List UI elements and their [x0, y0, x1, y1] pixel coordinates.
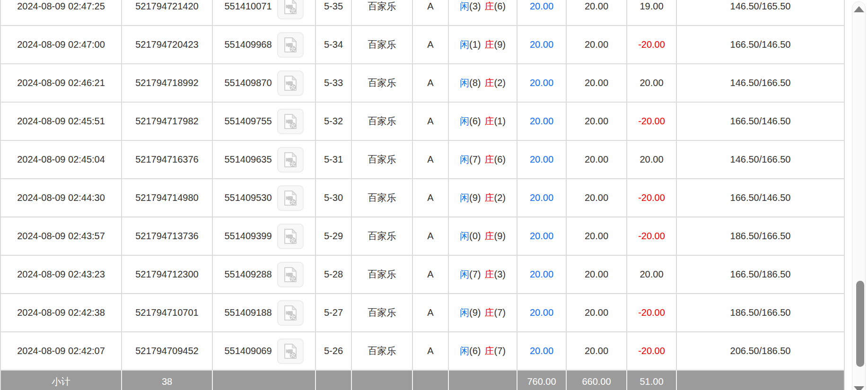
- banker-result-label: 庄: [485, 231, 494, 241]
- cell-game-result: 闲(6)庄(1): [448, 102, 517, 140]
- cell-bet-id: 521794712300: [121, 255, 212, 293]
- player-result-label: 闲: [460, 39, 469, 50]
- subtotal-empty-cell: [315, 370, 351, 390]
- video-replay-button[interactable]: [277, 32, 304, 58]
- video-replay-button[interactable]: [277, 300, 304, 326]
- cell-balance: 186.50/166.50: [676, 217, 845, 255]
- cell-valid-amount: 20.00: [566, 331, 626, 370]
- cell-balance: 166.50/186.50: [676, 255, 845, 293]
- cell-valid-amount: 20.00: [566, 102, 626, 140]
- cell-game-result: 闲(1)庄(9): [448, 25, 517, 63]
- cell-balance: 186.50/166.50: [676, 293, 845, 331]
- scrollbar-down-arrow-icon[interactable]: [854, 386, 864, 390]
- cell-game-result: 闲(3)庄(6): [448, 0, 517, 25]
- cell-shoe-round: 5-27: [315, 293, 351, 331]
- cell-table-code: A: [412, 140, 448, 178]
- vertical-scrollbar-thumb[interactable]: [856, 281, 864, 367]
- table-row: 2024-08-09 02:43:57 521794713736 5514093…: [0, 217, 845, 255]
- cell-round-id: 551409288: [212, 255, 315, 293]
- banker-result-points: (6): [494, 1, 506, 11]
- cell-balance: 166.50/146.50: [676, 25, 845, 63]
- cell-round-id: 551410071: [212, 0, 315, 25]
- cell-bet-amount: 20.00: [517, 255, 566, 293]
- subtotal-count: 38: [121, 370, 212, 390]
- cell-bet-id: 521794714980: [121, 178, 212, 217]
- bet-records-viewport: 2024-08-09 02:47:25 521794721420 5514100…: [0, 0, 868, 390]
- cell-round-id: 551409399: [212, 217, 315, 255]
- cell-round-id: 551409530: [212, 178, 315, 217]
- cell-bet-id: 521794718992: [121, 63, 212, 102]
- cell-balance: 166.50/146.50: [676, 178, 845, 217]
- cell-bet-id: 521794721420: [121, 0, 212, 25]
- table-row: 2024-08-09 02:45:04 521794716376 5514096…: [0, 140, 845, 178]
- table-row: 2024-08-09 02:42:38 521794710701 5514091…: [0, 293, 845, 331]
- video-file-icon: [283, 75, 298, 91]
- cell-bet-amount: 20.00: [517, 178, 566, 217]
- player-result-label: 闲: [460, 231, 469, 241]
- cell-win-loss: -20.00: [626, 331, 676, 370]
- video-replay-button[interactable]: [277, 109, 304, 134]
- cell-shoe-round: 5-32: [315, 102, 351, 140]
- video-file-icon: [283, 305, 298, 321]
- video-replay-button[interactable]: [277, 262, 304, 287]
- cell-bet-time: 2024-08-09 02:43:57: [0, 217, 121, 255]
- table-row: 2024-08-09 02:46:21 521794718992 5514098…: [0, 63, 845, 102]
- cell-win-loss: -20.00: [626, 25, 676, 63]
- video-replay-button[interactable]: [277, 0, 304, 19]
- table-row: 2024-08-09 02:42:07 521794709452 5514090…: [0, 331, 845, 370]
- player-result-label: 闲: [460, 192, 469, 203]
- subtotal-row-group: 小计 38 760.00 660.00 51.00: [0, 370, 845, 390]
- round-id-text: 551409968: [224, 39, 272, 50]
- cell-shoe-round: 5-28: [315, 255, 351, 293]
- video-replay-button[interactable]: [277, 338, 304, 364]
- video-replay-button[interactable]: [277, 224, 304, 249]
- player-result-label: 闲: [460, 116, 469, 126]
- banker-result-points: (3): [494, 269, 506, 279]
- cell-shoe-round: 5-30: [315, 178, 351, 217]
- cell-valid-amount: 20.00: [566, 0, 626, 25]
- cell-win-loss: -20.00: [626, 217, 676, 255]
- cell-table-code: A: [412, 102, 448, 140]
- cell-shoe-round: 5-35: [315, 0, 351, 25]
- cell-shoe-round: 5-26: [315, 331, 351, 370]
- cell-bet-amount: 20.00: [517, 331, 566, 370]
- subtotal-label: 小计: [0, 370, 121, 390]
- table-row: 2024-08-09 02:47:00 521794720423 5514099…: [0, 25, 845, 63]
- cell-bet-amount: 20.00: [517, 293, 566, 331]
- video-replay-button[interactable]: [277, 185, 304, 211]
- banker-result-label: 庄: [485, 192, 494, 203]
- cell-valid-amount: 20.00: [566, 63, 626, 102]
- cell-bet-id: 521794713736: [121, 217, 212, 255]
- round-id-text: 551409635: [224, 154, 272, 165]
- banker-result-points: (7): [494, 346, 506, 356]
- player-result-points: (8): [469, 78, 481, 88]
- cell-round-id: 551409870: [212, 63, 315, 102]
- cell-game-result: 闲(7)庄(6): [448, 140, 517, 178]
- banker-result-label: 庄: [485, 78, 494, 88]
- round-id-text: 551409188: [224, 307, 272, 318]
- cell-valid-amount: 20.00: [566, 293, 626, 331]
- player-result-label: 闲: [460, 154, 469, 165]
- video-replay-button[interactable]: [277, 147, 304, 173]
- banker-result-points: (6): [494, 154, 506, 165]
- cell-shoe-round: 5-29: [315, 217, 351, 255]
- scrollbar-up-arrow-icon[interactable]: [854, 6, 864, 12]
- cell-bet-id: 521794717982: [121, 102, 212, 140]
- cell-win-loss: -20.00: [626, 102, 676, 140]
- cell-bet-amount: 20.00: [517, 63, 566, 102]
- round-id-text: 551409870: [224, 78, 272, 88]
- cell-balance: 146.50/166.50: [676, 140, 845, 178]
- cell-shoe-round: 5-33: [315, 63, 351, 102]
- video-file-icon: [283, 267, 298, 283]
- cell-bet-amount: 20.00: [517, 25, 566, 63]
- video-file-icon: [283, 343, 298, 359]
- cell-bet-amount: 20.00: [517, 102, 566, 140]
- cell-game-name: 百家乐: [351, 25, 412, 63]
- cell-valid-amount: 20.00: [566, 25, 626, 63]
- cell-win-loss: -20.00: [626, 178, 676, 217]
- cell-shoe-round: 5-31: [315, 140, 351, 178]
- cell-win-loss: 19.00: [626, 0, 676, 25]
- banker-result-points: (2): [494, 192, 506, 203]
- cell-game-name: 百家乐: [351, 331, 412, 370]
- video-replay-button[interactable]: [277, 70, 304, 96]
